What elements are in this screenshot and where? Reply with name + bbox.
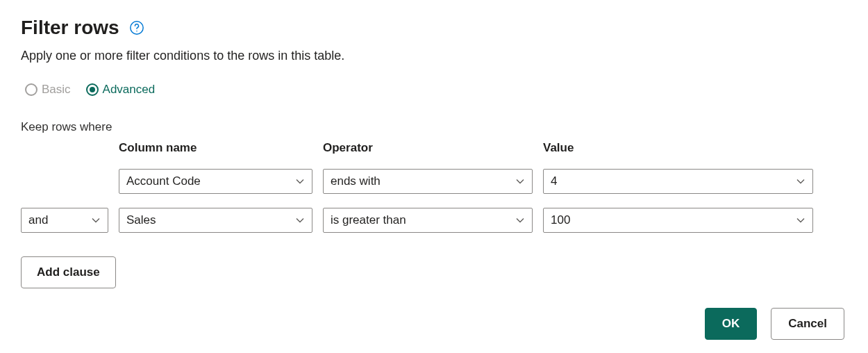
radio-advanced[interactable]: Advanced bbox=[86, 83, 156, 97]
column-select[interactable]: Account Code bbox=[119, 169, 312, 194]
value-select[interactable]: 4 bbox=[543, 169, 813, 194]
chevron-down-icon bbox=[294, 176, 306, 187]
value-select[interactable]: 100 bbox=[543, 208, 813, 233]
keep-rows-label: Keep rows where bbox=[21, 120, 847, 134]
column-select[interactable]: Sales bbox=[119, 208, 312, 233]
column-select-value: Account Code bbox=[126, 174, 201, 188]
radio-circle-icon bbox=[86, 83, 99, 96]
operator-select[interactable]: ends with bbox=[323, 169, 533, 194]
svg-point-1 bbox=[136, 31, 137, 32]
radio-advanced-label: Advanced bbox=[103, 83, 156, 97]
radio-circle-icon bbox=[25, 83, 37, 96]
operator-select-value: is greater than bbox=[331, 213, 406, 227]
radio-basic-label: Basic bbox=[42, 83, 71, 97]
column-header-operator: Operator bbox=[323, 141, 533, 155]
conjunction-select[interactable]: and bbox=[21, 208, 108, 233]
chevron-down-icon bbox=[294, 215, 306, 226]
chevron-down-icon bbox=[795, 215, 806, 226]
dialog-footer: OK Cancel bbox=[21, 308, 847, 340]
cancel-button[interactable]: Cancel bbox=[771, 308, 844, 340]
ok-button[interactable]: OK bbox=[705, 308, 758, 340]
help-icon[interactable] bbox=[129, 20, 144, 35]
page-title: Filter rows bbox=[21, 17, 119, 39]
value-select-value: 4 bbox=[551, 174, 557, 188]
radio-basic: Basic bbox=[25, 83, 71, 97]
column-select-value: Sales bbox=[126, 213, 156, 227]
operator-select-value: ends with bbox=[331, 174, 381, 188]
add-clause-button[interactable]: Add clause bbox=[21, 256, 116, 288]
chevron-down-icon bbox=[515, 176, 526, 187]
chevron-down-icon bbox=[90, 215, 101, 226]
page-subtitle: Apply one or more filter conditions to t… bbox=[21, 49, 847, 63]
mode-radio-group: Basic Advanced bbox=[21, 83, 847, 97]
column-header-column-name: Column name bbox=[119, 141, 312, 155]
operator-select[interactable]: is greater than bbox=[323, 208, 533, 233]
filter-grid: Column name Operator Value Account Code … bbox=[21, 141, 847, 233]
conjunction-select-value: and bbox=[28, 213, 48, 227]
value-select-value: 100 bbox=[551, 213, 570, 227]
chevron-down-icon bbox=[515, 215, 526, 226]
column-header-value: Value bbox=[543, 141, 813, 155]
chevron-down-icon bbox=[795, 176, 806, 187]
